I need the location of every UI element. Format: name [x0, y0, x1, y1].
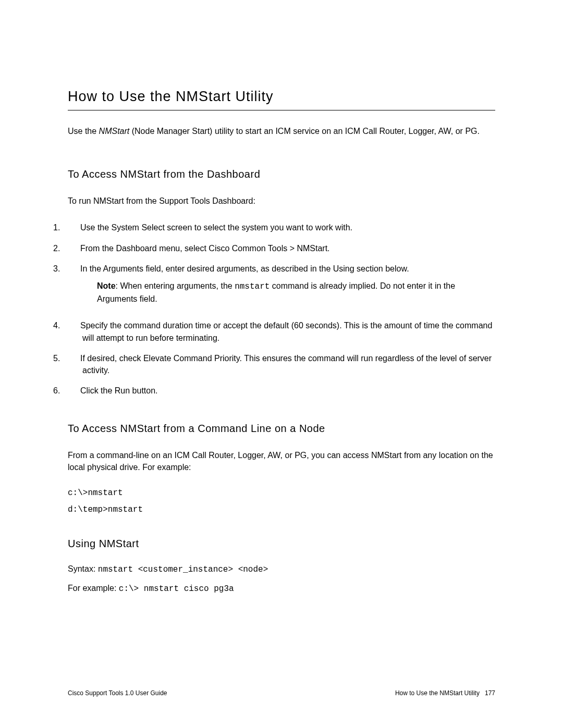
step-text: From the Dashboard menu, select Cisco Co…	[80, 244, 330, 253]
step-item: 5.If desired, check Elevate Command Prio…	[68, 352, 495, 376]
example-line: For example: c:\> nmstart cisco pg3a	[68, 584, 495, 594]
intro-suffix: (Node Manager Start) utility to start an…	[129, 127, 480, 135]
section2-intro: From a command-line on an ICM Call Route…	[68, 449, 495, 473]
intro-prefix: Use the	[68, 127, 99, 135]
section1-intro: To run NMStart from the Support Tools Da…	[68, 195, 495, 207]
step-number: 3.	[68, 263, 80, 275]
syntax-code: nmstart <customer_instance> <node>	[98, 565, 268, 574]
step-number: 5.	[68, 352, 80, 364]
page-footer: Cisco Support Tools 1.0 User Guide How t…	[68, 689, 495, 697]
syntax-label: Syntax:	[68, 564, 98, 573]
step-number: 2.	[68, 242, 80, 254]
intro-paragraph: Use the NMStart (Node Manager Start) uti…	[68, 125, 495, 137]
command-examples: c:\>nmstart d:\temp>nmstart	[68, 488, 495, 514]
section-heading-commandline: To Access NMStart from a Command Line on…	[68, 423, 495, 435]
intro-italic-term: NMStart	[99, 127, 130, 135]
page-title: How to Use the NMStart Utility	[68, 89, 495, 105]
section-heading-dashboard: To Access NMStart from the Dashboard	[68, 168, 495, 180]
footer-page-number: 177	[485, 689, 495, 697]
step-item: 3.In the Arguments field, enter desired …	[68, 263, 495, 305]
example-label: For example:	[68, 584, 119, 593]
step-text: Click the Run button.	[80, 386, 158, 395]
step-number: 4.	[68, 319, 80, 331]
step-number: 6.	[68, 385, 80, 397]
note-block: Note: When entering arguments, the nmsta…	[82, 280, 495, 305]
syntax-line: Syntax: nmstart <customer_instance> <nod…	[68, 564, 495, 574]
step-item: 1.Use the System Select screen to select…	[68, 221, 495, 233]
footer-right: How to Use the NMStart Utility 177	[395, 689, 495, 697]
steps-list: 1.Use the System Select screen to select…	[68, 221, 495, 397]
note-mono: nmstart	[235, 282, 270, 291]
note-prefix: : When entering arguments, the	[116, 281, 235, 290]
step-item: 4.Specify the command duration time or a…	[68, 319, 495, 343]
step-text: Specify the command duration time or acc…	[80, 321, 492, 342]
step-number: 1.	[68, 221, 80, 233]
note-label: Note	[97, 281, 116, 290]
page-content: How to Use the NMStart Utility Use the N…	[0, 0, 563, 634]
footer-left: Cisco Support Tools 1.0 User Guide	[68, 689, 167, 697]
footer-section-title: How to Use the NMStart Utility	[395, 689, 480, 697]
step-text: Use the System Select screen to select t…	[80, 223, 352, 232]
step-item: 2.From the Dashboard menu, select Cisco …	[68, 242, 495, 254]
title-rule	[68, 110, 495, 110]
step-text: If desired, check Elevate Command Priori…	[80, 354, 492, 375]
step-text: In the Arguments field, enter desired ar…	[80, 264, 409, 273]
section-heading-using: Using NMStart	[68, 538, 495, 550]
code-example-1: c:\>nmstart	[68, 488, 495, 498]
step-item: 6.Click the Run button.	[68, 385, 495, 397]
example-code: c:\> nmstart cisco pg3a	[119, 584, 234, 594]
code-example-2: d:\temp>nmstart	[68, 505, 495, 514]
